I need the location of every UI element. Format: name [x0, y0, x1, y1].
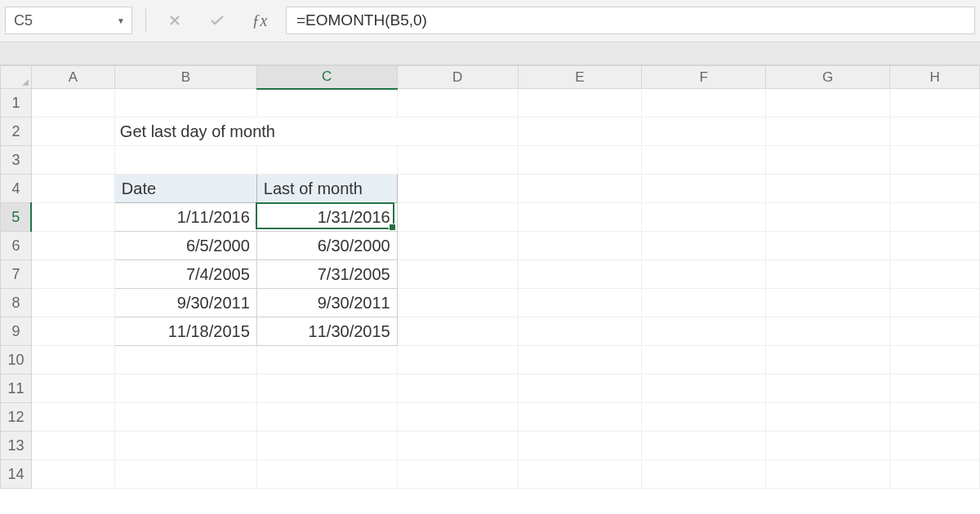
- row-header-4[interactable]: 4: [1, 175, 32, 203]
- cell-E11[interactable]: [518, 374, 642, 403]
- cell-G4[interactable]: [766, 175, 890, 203]
- row-header-12[interactable]: 12: [1, 403, 32, 432]
- cell-G13[interactable]: [766, 432, 890, 460]
- cell-B5[interactable]: 1/11/2016: [114, 203, 256, 232]
- cell-F6[interactable]: [642, 232, 766, 260]
- cell-G3[interactable]: [766, 146, 890, 175]
- cell-A2[interactable]: [31, 117, 114, 146]
- cell-C13[interactable]: [256, 432, 397, 460]
- cell-G8[interactable]: [766, 289, 890, 317]
- cell-G7[interactable]: [766, 260, 890, 289]
- enter-formula-button[interactable]: [201, 7, 234, 34]
- cancel-formula-button[interactable]: [158, 7, 191, 34]
- cell-E10[interactable]: [518, 346, 642, 374]
- cell-C9[interactable]: 11/30/2015: [256, 317, 397, 346]
- cell-A1[interactable]: [31, 89, 114, 117]
- cell-A5[interactable]: [31, 203, 114, 232]
- row-header-14[interactable]: 14: [1, 460, 32, 489]
- cell-F3[interactable]: [642, 146, 766, 175]
- cell-F7[interactable]: [642, 260, 766, 289]
- cell-H9[interactable]: [890, 317, 980, 346]
- cell-H1[interactable]: [890, 89, 980, 117]
- cell-B7[interactable]: 7/4/2005: [114, 260, 256, 289]
- page-title[interactable]: Get last day of month: [114, 117, 518, 146]
- cell-E9[interactable]: [518, 317, 642, 346]
- cell-B13[interactable]: [114, 432, 256, 460]
- cell-B10[interactable]: [114, 346, 256, 374]
- cell-B1[interactable]: [114, 89, 256, 117]
- col-header-D[interactable]: D: [397, 66, 518, 89]
- insert-function-button[interactable]: ƒx: [243, 7, 276, 34]
- table-header-date[interactable]: Date: [114, 175, 256, 203]
- cell-D14[interactable]: [397, 460, 518, 489]
- cell-D4[interactable]: [397, 175, 518, 203]
- cell-E1[interactable]: [518, 89, 642, 117]
- cell-G9[interactable]: [766, 317, 890, 346]
- cell-H6[interactable]: [890, 232, 980, 260]
- cell-H14[interactable]: [890, 460, 980, 489]
- cell-A6[interactable]: [31, 232, 114, 260]
- col-header-E[interactable]: E: [518, 66, 642, 89]
- cell-D9[interactable]: [397, 317, 518, 346]
- cell-C12[interactable]: [256, 403, 397, 432]
- cell-C5[interactable]: 1/31/2016: [256, 203, 397, 232]
- name-box-dropdown-icon[interactable]: ▼: [117, 16, 125, 25]
- cell-E13[interactable]: [518, 432, 642, 460]
- cell-D12[interactable]: [397, 403, 518, 432]
- col-header-B[interactable]: B: [114, 66, 256, 89]
- cell-H12[interactable]: [890, 403, 980, 432]
- cell-D1[interactable]: [397, 89, 518, 117]
- row-header-13[interactable]: 13: [1, 432, 32, 460]
- col-header-H[interactable]: H: [890, 66, 980, 89]
- cell-C6[interactable]: 6/30/2000: [256, 232, 397, 260]
- formula-input-wrap[interactable]: [286, 7, 975, 34]
- cell-A8[interactable]: [31, 289, 114, 317]
- cell-C10[interactable]: [256, 346, 397, 374]
- cell-C7[interactable]: 7/31/2005: [256, 260, 397, 289]
- cell-B9[interactable]: 11/18/2015: [114, 317, 256, 346]
- cell-D11[interactable]: [397, 374, 518, 403]
- cell-H7[interactable]: [890, 260, 980, 289]
- select-all-button[interactable]: [1, 66, 32, 89]
- cell-D5[interactable]: [397, 203, 518, 232]
- col-header-F[interactable]: F: [642, 66, 766, 89]
- cell-E7[interactable]: [518, 260, 642, 289]
- cell-F9[interactable]: [642, 317, 766, 346]
- cell-G6[interactable]: [766, 232, 890, 260]
- cell-H8[interactable]: [890, 289, 980, 317]
- name-box[interactable]: C5 ▼: [5, 7, 132, 34]
- cell-C3[interactable]: [256, 146, 397, 175]
- cell-F1[interactable]: [642, 89, 766, 117]
- row-header-1[interactable]: 1: [1, 89, 32, 117]
- cell-A14[interactable]: [31, 460, 114, 489]
- cell-D3[interactable]: [397, 146, 518, 175]
- formula-input[interactable]: [295, 11, 974, 30]
- cell-G14[interactable]: [766, 460, 890, 489]
- cell-H3[interactable]: [890, 146, 980, 175]
- row-header-2[interactable]: 2: [1, 117, 32, 146]
- cell-H5[interactable]: [890, 203, 980, 232]
- cell-C8[interactable]: 9/30/2011: [256, 289, 397, 317]
- row-header-10[interactable]: 10: [1, 346, 32, 374]
- cell-F13[interactable]: [642, 432, 766, 460]
- cell-G5[interactable]: [766, 203, 890, 232]
- cell-B8[interactable]: 9/30/2011: [114, 289, 256, 317]
- cell-F8[interactable]: [642, 289, 766, 317]
- row-header-5[interactable]: 5: [1, 203, 32, 232]
- cell-B11[interactable]: [114, 374, 256, 403]
- cell-H4[interactable]: [890, 175, 980, 203]
- cell-H2[interactable]: [890, 117, 980, 146]
- row-header-9[interactable]: 9: [1, 317, 32, 346]
- row-header-8[interactable]: 8: [1, 289, 32, 317]
- cell-F4[interactable]: [642, 175, 766, 203]
- cell-A7[interactable]: [31, 260, 114, 289]
- grid[interactable]: A B C D E F G H 1 2 Get last day of mont…: [0, 65, 980, 489]
- cell-G11[interactable]: [766, 374, 890, 403]
- cell-A11[interactable]: [31, 374, 114, 403]
- cell-E5[interactable]: [518, 203, 642, 232]
- table-header-last[interactable]: Last of month: [256, 175, 397, 203]
- cell-H13[interactable]: [890, 432, 980, 460]
- cell-G2[interactable]: [766, 117, 890, 146]
- cell-B3[interactable]: [114, 146, 256, 175]
- cell-A9[interactable]: [31, 317, 114, 346]
